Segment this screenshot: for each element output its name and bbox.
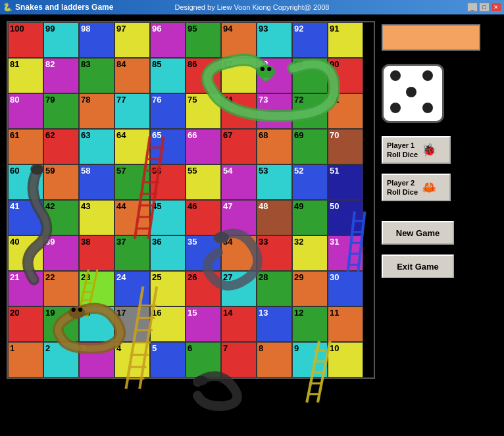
cell-48: 48: [257, 200, 292, 235]
cell-52: 52: [292, 164, 328, 200]
cell-46: 46: [186, 200, 221, 235]
cell-13: 13: [257, 306, 292, 342]
cell-95: 95: [186, 22, 221, 58]
cell-93: 93: [257, 22, 292, 58]
cell-64: 64: [114, 129, 150, 164]
cell-30: 30: [328, 271, 363, 306]
cell-84: 84: [114, 58, 150, 93]
dot-1: [390, 70, 401, 81]
cell-16: 16: [150, 306, 186, 342]
cell-72: 72: [292, 93, 328, 129]
cell-60: 60: [8, 164, 43, 200]
title-bar-left: 🐍 Snakes and ladders Game: [3, 3, 113, 12]
maximize-button[interactable]: □: [479, 3, 490, 12]
score-display: [382, 24, 480, 51]
title-bar: 🐍 Snakes and ladders Game Designed by Li…: [0, 0, 504, 14]
cell-41: 41: [8, 200, 43, 235]
cell-85: 85: [150, 58, 186, 93]
cell-17: 17: [114, 306, 150, 342]
cell-39: 39: [43, 235, 79, 271]
cell-100: 100: [8, 22, 43, 58]
cell-71: 71: [328, 93, 363, 129]
cell-56: 56: [150, 164, 186, 200]
cell-75: 75: [186, 93, 221, 129]
player1-icon: 🐞: [422, 143, 436, 157]
player2-icon: 🦀: [422, 180, 436, 195]
cell-9: 9: [292, 342, 328, 377]
cell-27: 27: [221, 271, 257, 306]
cell-67: 67: [221, 129, 257, 164]
cell-14: 14: [221, 306, 257, 342]
dot-4: [390, 103, 401, 113]
cell-69: 69: [292, 129, 328, 164]
cell-10: 10: [328, 342, 363, 377]
minimize-button[interactable]: _: [467, 3, 478, 12]
dice-container: [382, 64, 444, 123]
cell-4: 4: [114, 342, 150, 377]
cell-92: 92: [292, 22, 328, 58]
cell-83: 83: [79, 58, 114, 93]
cell-61: 61: [8, 129, 43, 164]
cell-73: 73: [257, 93, 292, 129]
cell-25: 25: [150, 271, 186, 306]
dot-3: [406, 87, 416, 97]
title-bar-center: Designed by Liew Voon Kiong Copyright@ 2…: [175, 3, 330, 11]
dot-2: [422, 70, 433, 81]
cell-23: 23: [79, 271, 114, 306]
cell-79: 79: [43, 93, 79, 129]
cell-98: 98: [79, 22, 114, 58]
close-button[interactable]: ✕: [491, 3, 501, 12]
app-icon: 🐍: [3, 3, 13, 12]
cell-94: 94: [221, 22, 257, 58]
cell-7: 7: [221, 342, 257, 377]
cell-5: 5: [150, 342, 186, 377]
cell-62: 62: [43, 129, 79, 164]
dot-5: [422, 103, 433, 113]
cell-33: 33: [257, 235, 292, 271]
cell-40: 40: [8, 235, 43, 271]
cell-37: 37: [114, 235, 150, 271]
cell-19: 19: [43, 306, 79, 342]
cell-50: 50: [328, 200, 363, 235]
cell-26: 26: [186, 271, 221, 306]
player2-roll-btn[interactable]: Player 2 Roll Dice 🦀: [382, 174, 451, 201]
title-bar-buttons: _ □ ✕: [467, 3, 501, 12]
new-game-button[interactable]: New Game: [382, 221, 454, 245]
cell-18: 18: [79, 306, 114, 342]
cell-96: 96: [150, 22, 186, 58]
cell-86: 86: [186, 58, 221, 93]
cell-6: 6: [186, 342, 221, 377]
dice-face: [390, 70, 436, 116]
cell-55: 55: [186, 164, 221, 200]
cell-43: 43: [79, 200, 114, 235]
cell-11: 11: [328, 306, 363, 342]
cell-38: 38: [79, 235, 114, 271]
cell-51: 51: [328, 164, 363, 200]
cell-35: 35: [186, 235, 221, 271]
dot-empty-2: [390, 87, 401, 97]
cell-44: 44: [114, 200, 150, 235]
cell-99: 99: [43, 22, 79, 58]
cell-57: 57: [114, 164, 150, 200]
cell-58: 58: [79, 164, 114, 200]
cell-89: 89: [292, 58, 328, 93]
game-area: 1009998979695949392918182838485868788899…: [0, 14, 504, 436]
cell-81: 81: [8, 58, 43, 93]
cell-88: 88: [257, 58, 292, 93]
cell-20: 20: [8, 306, 43, 342]
cell-2: 2: [43, 342, 79, 377]
player1-roll-btn[interactable]: Player 1 Roll Dice 🐞: [382, 136, 451, 164]
cell-70: 70: [328, 129, 363, 164]
cell-12: 12: [292, 306, 328, 342]
main-window: 1009998979695949392918182838485868788899…: [0, 14, 504, 436]
cell-29: 29: [292, 271, 328, 306]
cell-34: 34: [221, 235, 257, 271]
cell-49: 49: [292, 200, 328, 235]
cell-28: 28: [257, 271, 292, 306]
cell-90: 90: [328, 58, 363, 93]
cell-68: 68: [257, 129, 292, 164]
exit-game-button[interactable]: Exit Game: [382, 254, 454, 278]
cell-15: 15: [186, 306, 221, 342]
cell-8: 8: [257, 342, 292, 377]
cell-82: 82: [43, 58, 79, 93]
